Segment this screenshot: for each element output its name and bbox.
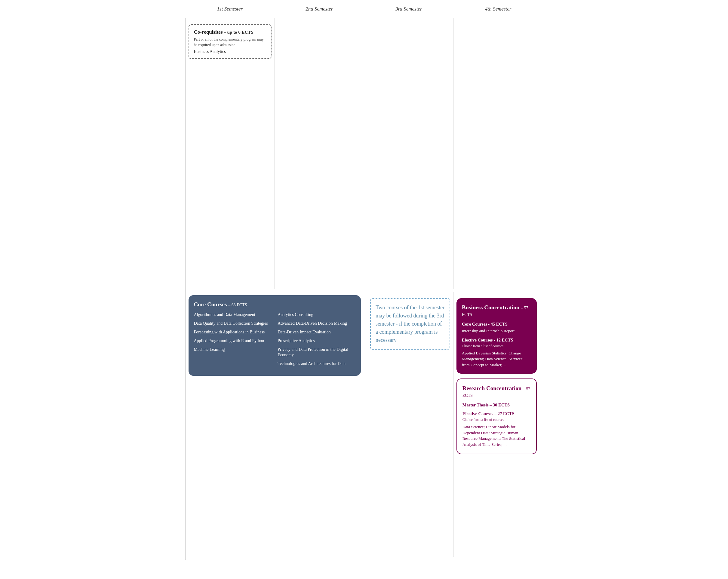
semester-header: 1st Semester 2nd Semester 3rd Semester 4…: [185, 6, 543, 15]
semester-1-header: 1st Semester: [185, 6, 275, 12]
page: 1st Semester 2nd Semester 3rd Semester 4…: [182, 0, 546, 566]
course-technologies: Technologies and Architectures for Data: [278, 361, 356, 367]
semester-4-header: 4th Semester: [453, 6, 543, 12]
row-2: Core Courses – 63 ECTS Algorithmics and …: [185, 289, 543, 560]
corequisites-item-1: Business Analytics: [194, 49, 266, 54]
business-elective-subtitle: Elective Courses - 12 ECTS: [462, 338, 531, 343]
research-elective-choice: Choice from a list of courses: [463, 418, 531, 422]
core-courses-title: Core Courses – 63 ECTS: [194, 301, 356, 308]
research-concentration-block: Research Concentration – 57 ECTS Master …: [457, 378, 537, 454]
course-forecasting: Forecasting with Applications in Busines…: [194, 330, 272, 335]
course-prescriptive: Prescriptive Analytics: [278, 338, 356, 344]
core-courses-col: Core Courses – 63 ECTS Algorithmics and …: [185, 289, 364, 560]
semester-3-header: 3rd Semester: [364, 6, 454, 12]
course-algorithmics: Algorithmics and Data Management: [194, 312, 272, 318]
inner-grid-3-4: Two courses of the 1st semester may be f…: [367, 292, 540, 557]
course-data-quality: Data Quality and Data Collection Strateg…: [194, 321, 272, 326]
col-3-4-row-2: Two courses of the 1st semester may be f…: [364, 289, 543, 560]
col-3-content: Two courses of the 1st semester may be f…: [367, 292, 453, 557]
semester3-note-box: Two courses of the 1st semester may be f…: [370, 298, 450, 350]
business-concentration-title: Business Concentration – 57 ECTS: [462, 304, 531, 317]
course-applied-programming: Applied Programming with R and Python: [194, 338, 272, 344]
course-privacy: Privacy and Data Protection in the Digit…: [278, 347, 356, 358]
business-core-item: Internship and Internship Report: [462, 328, 531, 334]
research-concentration-title: Research Concentration – 57 ECTS: [463, 385, 531, 398]
business-elective-choice: Choice from a list of courses: [462, 344, 531, 348]
research-elective-subtitle: Elective Courses – 27 ECTS: [463, 411, 531, 416]
course-advanced-decision: Advanced Data-Driven Decision Making: [278, 321, 356, 326]
research-elective-desc: Data Science; Linear Models for Dependen…: [463, 424, 531, 447]
row-1: Co-requisites – up to 6 ECTS Part or all…: [185, 18, 543, 289]
col-4-row-1: [453, 18, 543, 289]
core-courses-block: Core Courses – 63 ECTS Algorithmics and …: [188, 295, 361, 376]
col-2-row-1: [275, 18, 364, 289]
course-machine-learning: Machine Learning: [194, 347, 272, 352]
col-4-content: Business Concentration – 57 ECTS Core Co…: [453, 292, 540, 557]
research-thesis-subtitle: Master Thesis – 30 ECTS: [463, 402, 531, 407]
business-elective-desc: Applied Bayesian Statistics; Change Mana…: [462, 350, 531, 368]
course-analytics-consulting: Analytics Consulting: [278, 312, 356, 318]
corequisites-description: Part or all of the complementary program…: [194, 37, 266, 48]
business-concentration-block: Business Concentration – 57 ECTS Core Co…: [457, 298, 537, 374]
core-courses-grid: Algorithmics and Data Management Data Qu…: [194, 312, 356, 370]
course-impact-evaluation: Data-Driven Impact Evaluation: [278, 330, 356, 335]
business-core-subtitle: Core Courses - 45 ECTS: [462, 322, 531, 327]
col-3-row-1: [364, 18, 453, 289]
corequisites-box: Co-requisites – up to 6 ECTS Part or all…: [188, 24, 271, 59]
col-1-row-1: Co-requisites – up to 6 ECTS Part or all…: [185, 18, 275, 289]
corequisites-title: Co-requisites – up to 6 ECTS: [194, 29, 266, 35]
core-courses-col2-list: Analytics Consulting Advanced Data-Drive…: [278, 312, 356, 370]
semester-2-header: 2nd Semester: [275, 6, 364, 12]
core-courses-col1-list: Algorithmics and Data Management Data Qu…: [194, 312, 272, 370]
